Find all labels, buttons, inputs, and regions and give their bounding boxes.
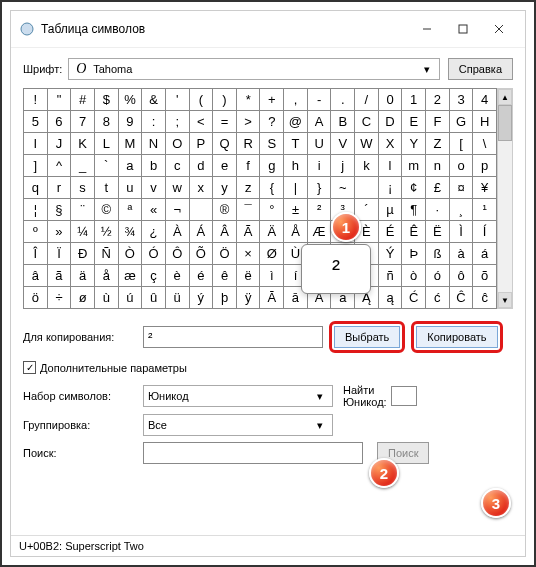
char-cell[interactable]: ¥ — [473, 177, 497, 199]
char-cell[interactable]: ç — [142, 265, 166, 287]
copy-input[interactable] — [143, 326, 323, 348]
char-cell[interactable]: À — [166, 221, 190, 243]
char-cell[interactable]: q — [24, 177, 48, 199]
char-cell[interactable]: b — [142, 155, 166, 177]
char-cell[interactable]: ć — [426, 287, 450, 309]
char-cell[interactable]: ù — [95, 287, 119, 309]
char-cell[interactable]: H — [473, 111, 497, 133]
char-cell[interactable]: * — [237, 89, 261, 111]
char-cell[interactable]: & — [142, 89, 166, 111]
char-cell[interactable]: | — [284, 177, 308, 199]
char-cell[interactable]: V — [331, 133, 355, 155]
char-cell[interactable]: ê — [213, 265, 237, 287]
char-cell[interactable]: S — [260, 133, 284, 155]
char-cell[interactable]: « — [142, 199, 166, 221]
char-cell[interactable]: { — [260, 177, 284, 199]
char-cell[interactable]: \ — [473, 133, 497, 155]
char-cell[interactable]: : — [142, 111, 166, 133]
char-cell[interactable]: - — [308, 89, 332, 111]
char-cell[interactable]: ò — [402, 265, 426, 287]
char-cell[interactable]: » — [48, 221, 72, 243]
char-cell[interactable]: Q — [213, 133, 237, 155]
char-cell[interactable]: ¯ — [237, 199, 261, 221]
char-cell[interactable]: ø — [71, 287, 95, 309]
char-cell[interactable]: W — [355, 133, 379, 155]
char-cell[interactable]: _ — [71, 155, 95, 177]
char-cell[interactable]: ( — [190, 89, 214, 111]
char-cell[interactable]: } — [308, 177, 332, 199]
char-cell[interactable]: § — [48, 199, 72, 221]
char-cell[interactable]: ^ — [48, 155, 72, 177]
char-cell[interactable]: 3 — [450, 89, 474, 111]
char-cell[interactable]: é — [190, 265, 214, 287]
char-cell[interactable]: ý — [190, 287, 214, 309]
char-cell[interactable]: õ — [473, 265, 497, 287]
char-cell[interactable]: Ê — [402, 221, 426, 243]
char-cell[interactable]: ã — [48, 265, 72, 287]
char-cell[interactable]: ó — [426, 265, 450, 287]
char-cell[interactable]: Î — [24, 243, 48, 265]
char-cell[interactable]: % — [119, 89, 143, 111]
char-cell[interactable]: 2 — [426, 89, 450, 111]
char-cell[interactable]: © — [95, 199, 119, 221]
search-input[interactable] — [143, 442, 363, 464]
char-cell[interactable]: U — [308, 133, 332, 155]
char-cell[interactable]: è — [166, 265, 190, 287]
char-cell[interactable]: Ö — [213, 243, 237, 265]
char-cell[interactable]: Á — [190, 221, 214, 243]
advanced-checkbox[interactable]: ✓ — [23, 361, 36, 374]
char-cell[interactable]: ° — [260, 199, 284, 221]
char-cell[interactable]: z — [237, 177, 261, 199]
char-cell[interactable]: h — [284, 155, 308, 177]
char-cell[interactable]: s — [71, 177, 95, 199]
scroll-down-icon[interactable]: ▼ — [498, 292, 512, 308]
char-cell[interactable]: þ — [213, 287, 237, 309]
char-cell[interactable]: w — [166, 177, 190, 199]
char-cell[interactable]: £ — [426, 177, 450, 199]
char-cell[interactable]: R — [237, 133, 261, 155]
char-cell[interactable]: f — [237, 155, 261, 177]
char-cell[interactable]: ½ — [95, 221, 119, 243]
grouping-select[interactable]: Все ▾ — [143, 414, 333, 436]
char-cell[interactable]: ¢ — [402, 177, 426, 199]
char-cell[interactable]: Ø — [260, 243, 284, 265]
char-cell[interactable]: B — [331, 111, 355, 133]
char-cell[interactable]: á — [473, 243, 497, 265]
char-cell[interactable]: x — [190, 177, 214, 199]
char-cell[interactable]: = — [213, 111, 237, 133]
char-cell[interactable]: / — [355, 89, 379, 111]
char-cell[interactable]: 1 — [402, 89, 426, 111]
char-cell[interactable]: # — [71, 89, 95, 111]
char-cell[interactable]: d — [190, 155, 214, 177]
char-cell[interactable]: ¡ — [379, 177, 403, 199]
char-cell[interactable]: Ý — [379, 243, 403, 265]
char-cell[interactable]: + — [260, 89, 284, 111]
char-cell[interactable]: ú — [119, 287, 143, 309]
find-unicode-input[interactable] — [391, 386, 417, 406]
select-button[interactable]: Выбрать — [334, 326, 400, 348]
char-cell[interactable]: N — [142, 133, 166, 155]
char-cell[interactable]: " — [48, 89, 72, 111]
char-cell[interactable]: ¼ — [71, 221, 95, 243]
maximize-button[interactable] — [445, 17, 481, 41]
char-cell[interactable]: ÿ — [237, 287, 261, 309]
char-cell[interactable]: T — [284, 133, 308, 155]
char-cell[interactable]: [ — [450, 133, 474, 155]
char-cell[interactable]: ~ — [331, 177, 355, 199]
char-cell[interactable]: ] — [24, 155, 48, 177]
char-cell[interactable]: > — [237, 111, 261, 133]
char-cell[interactable]: j — [331, 155, 355, 177]
char-cell[interactable]: Í — [473, 221, 497, 243]
grid-scrollbar[interactable]: ▲ ▼ — [497, 88, 513, 309]
char-cell[interactable]: Å — [284, 221, 308, 243]
char-cell[interactable]: Õ — [190, 243, 214, 265]
char-cell[interactable]: L — [95, 133, 119, 155]
scroll-up-icon[interactable]: ▲ — [498, 89, 512, 105]
char-cell[interactable]: 0 — [379, 89, 403, 111]
char-cell[interactable]: ä — [71, 265, 95, 287]
char-cell[interactable]: t — [95, 177, 119, 199]
char-cell[interactable]: º — [24, 221, 48, 243]
char-cell[interactable]: ¾ — [119, 221, 143, 243]
char-cell[interactable]: ` — [95, 155, 119, 177]
char-cell[interactable] — [355, 177, 379, 199]
